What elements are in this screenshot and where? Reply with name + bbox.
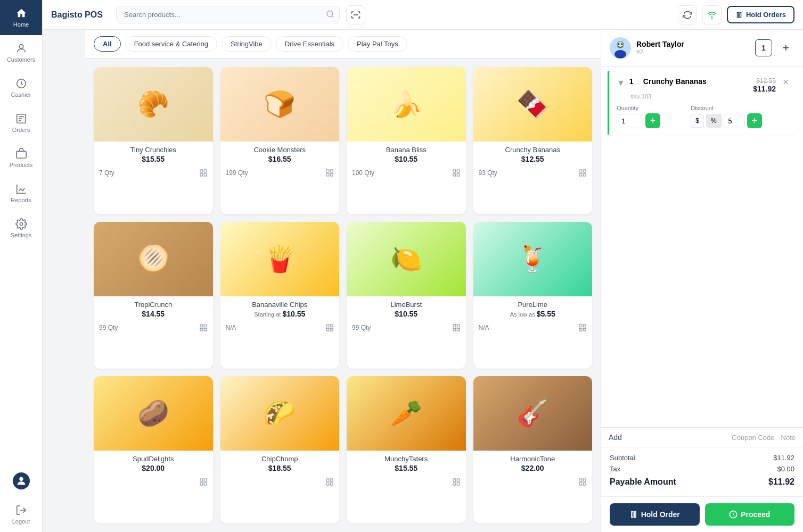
quantity-add-btn[interactable]: + [645, 113, 660, 128]
product-card-5[interactable]: 🫓 TropiCrunch $14.55 99 Qty [94, 222, 213, 369]
svg-rect-27 [200, 325, 203, 327]
quantity-label: Quantity [617, 105, 682, 111]
settings-icon [15, 218, 27, 230]
svg-rect-3 [16, 151, 26, 158]
subtotal-label: Subtotal [610, 454, 635, 462]
cat-tab-drive-essentials[interactable]: Drive Essentials [276, 36, 343, 52]
sidebar-item-settings[interactable]: Settings [0, 211, 42, 246]
cat-tab-play-pal-toys[interactable]: Play Pal Toys [348, 36, 407, 52]
product-name-11: MunchyTaters [352, 455, 461, 463]
cart-item-close-1[interactable]: ✕ [782, 77, 789, 87]
hold-order-btn[interactable]: Hold Order [610, 503, 700, 526]
product-price-9: $20.00 [99, 464, 208, 472]
svg-rect-49 [330, 483, 333, 486]
svg-rect-50 [326, 483, 329, 486]
product-image-11: 🥕 [347, 376, 466, 451]
add-order-btn[interactable]: + [777, 39, 794, 56]
topbar: Bagisto POS Hold Orders [43, 0, 803, 30]
svg-rect-44 [204, 479, 207, 481]
product-price-12: $22.00 [479, 464, 587, 472]
quantity-input[interactable] [617, 114, 643, 128]
product-image-9: 🥔 [94, 376, 213, 451]
refresh-btn[interactable] [678, 5, 697, 24]
sidebar-item-home[interactable]: Home [0, 0, 42, 35]
svg-point-63 [618, 43, 620, 45]
discount-percent-btn[interactable]: % [706, 114, 722, 128]
svg-rect-42 [579, 328, 582, 331]
coupon-code-link[interactable]: Coupon Code [732, 434, 774, 442]
product-card-6[interactable]: 🍟 Bananaville Chips Starting at $10.55 N… [220, 222, 340, 369]
hold-icon [629, 510, 638, 519]
scan-icon-btn[interactable] [346, 5, 365, 24]
svg-rect-15 [326, 170, 329, 172]
product-card-1[interactable]: 🥐 Tiny Crunchies $15.55 7 Qty [94, 67, 213, 214]
svg-point-64 [621, 43, 623, 45]
product-info-11: MunchyTaters $15.55 [347, 451, 466, 478]
product-card-12[interactable]: 🎸 HarmonicTone $22.00 [473, 376, 593, 523]
product-name-6: Bananaville Chips [226, 301, 334, 309]
sidebar-item-customers[interactable]: Customers [0, 35, 42, 70]
svg-rect-38 [453, 328, 456, 331]
svg-rect-18 [326, 173, 329, 176]
discount-value-input[interactable] [724, 114, 745, 128]
cat-tab-food-catering[interactable]: Food service & Catering [125, 36, 217, 52]
avatar-image [610, 37, 631, 59]
product-image-12: 🎸 [473, 376, 593, 451]
sidebar-item-orders-label: Orders [12, 127, 30, 133]
sidebar-item-reports[interactable]: Reports [0, 176, 42, 211]
customers-icon [15, 43, 27, 54]
discount-add-btn[interactable]: + [747, 113, 762, 128]
payable-row: Payable Amount $11.92 [610, 477, 794, 487]
product-name-2: Cookie Monsters [226, 146, 334, 154]
product-info-1: Tiny Crunchies $15.55 [94, 142, 213, 169]
product-qty-6: N/A [226, 324, 236, 331]
svg-rect-30 [200, 328, 203, 331]
payable-value: $11.92 [768, 477, 794, 487]
product-footer-2: 199 Qty [220, 169, 340, 182]
product-card-3[interactable]: 🍌 Banana Bliss $10.55 100 Qty [347, 67, 466, 214]
product-price-10: $18.55 [226, 464, 334, 472]
product-card-11[interactable]: 🥕 MunchyTaters $15.55 [347, 376, 466, 523]
sidebar-item-profile[interactable] [0, 465, 42, 497]
cat-tab-stringvibe[interactable]: StringVibe [222, 36, 272, 52]
subtotal-row: Subtotal $11.92 [610, 454, 794, 462]
product-image-3: 🍌 [347, 67, 466, 142]
svg-point-8 [711, 18, 712, 19]
discount-dollar-btn[interactable]: $ [691, 114, 704, 128]
sidebar-item-cashier[interactable]: Cashier [0, 70, 42, 105]
product-footer-3: 100 Qty [347, 169, 466, 182]
note-link[interactable]: Note [781, 434, 796, 442]
product-card-9[interactable]: 🥔 SpudDelights $20.00 [94, 376, 213, 523]
svg-rect-66 [634, 512, 636, 518]
product-card-10[interactable]: 🌮 ChipChomp $18.55 [220, 376, 340, 523]
cat-tab-all[interactable]: All [94, 36, 121, 52]
cart-item-toggle-1[interactable]: ▼ [617, 78, 625, 88]
product-card-8[interactable]: 🍹 PureLime As low as $5.55 N/A [473, 222, 593, 369]
product-card-4[interactable]: 🍫 Crunchy Bananas $12.55 93 Qty [473, 67, 593, 214]
product-info-4: Crunchy Bananas $12.55 [473, 142, 593, 169]
product-price-6: Starting at $10.55 [226, 310, 334, 318]
product-price-5: $14.55 [99, 310, 208, 318]
grid-icon-9 [199, 478, 208, 486]
search-input[interactable] [116, 6, 340, 23]
proceed-btn[interactable]: Proceed [705, 503, 795, 526]
product-footer-10 [220, 478, 340, 492]
wifi-btn[interactable] [702, 5, 722, 24]
svg-rect-20 [457, 170, 460, 172]
svg-rect-39 [579, 325, 582, 327]
product-card-2[interactable]: 🍞 Cookie Monsters $16.55 199 Qty [220, 67, 340, 214]
sidebar-item-customers-label: Customers [7, 56, 35, 63]
hold-orders-btn[interactable]: Hold Orders [727, 6, 794, 23]
sidebar-item-products[interactable]: Products [0, 140, 42, 176]
products-icon [15, 148, 27, 160]
pause-icon [735, 11, 743, 19]
svg-rect-22 [453, 173, 456, 176]
sidebar-item-orders[interactable]: Orders [0, 105, 42, 140]
product-card-7[interactable]: 🍋 LimeBurst $10.55 99 Qty [347, 222, 466, 369]
sidebar-item-logout[interactable]: Logout [0, 497, 42, 532]
product-price-2: $16.55 [226, 155, 334, 163]
product-info-6: Bananaville Chips Starting at $10.55 [220, 296, 340, 323]
svg-point-4 [20, 222, 23, 226]
svg-point-6 [327, 11, 333, 16]
svg-rect-19 [453, 170, 456, 172]
